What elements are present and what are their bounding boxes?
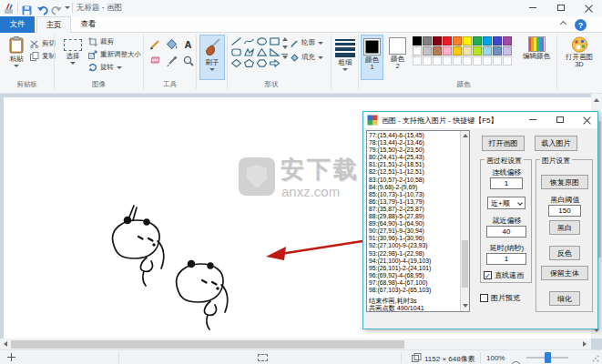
list-item[interactable]: 84:(9,68)-2-(9,69) [369,184,460,191]
palette-swatch[interactable] [483,56,492,66]
rotate-button[interactable]: 旋转 [88,63,122,72]
palette-swatch[interactable] [473,46,482,56]
tab-home[interactable]: 主页 [36,16,71,33]
help-button[interactable]: ? [575,19,587,31]
color-picker-tool[interactable] [165,54,179,67]
load-image-button[interactable]: 载入图片 [535,136,577,151]
collapse-ribbon-button[interactable] [561,22,566,26]
minimize-button[interactable] [519,0,546,15]
fast-draw-checkbox[interactable]: ✓ 直线速画 [484,270,524,280]
edit-colors-button[interactable]: 编辑颜色 [520,36,553,60]
tab-view[interactable]: 查看 [71,16,106,33]
palette-swatch[interactable] [423,56,432,66]
outline-button[interactable]: 轮廓 [291,38,323,47]
magnifier-tool[interactable] [181,54,195,67]
palette-swatch[interactable] [413,46,422,56]
delay-input[interactable] [486,253,526,265]
palette-swatch[interactable] [413,36,422,46]
palette-swatch[interactable] [443,56,452,66]
shape-rectangle[interactable] [269,36,281,46]
list-item[interactable]: 90:(27,91)-9-(30,94) [369,228,460,235]
color1-button[interactable]: 颜色 1 [361,35,383,80]
copy-button[interactable]: 复制 [30,52,56,61]
scroll-right-icon[interactable] [583,341,587,347]
palette-swatch[interactable] [413,56,422,66]
palette-swatch[interactable] [503,56,512,66]
palette-swatch[interactable] [463,56,472,66]
shape-diamond[interactable] [230,58,242,68]
zoom-out-button[interactable] [511,361,521,364]
coordinate-listbox[interactable]: 77:(15,44)-6-(15,45)78:(13,44)-2-(13,46)… [366,130,470,312]
black-white-button[interactable]: 黑白 [549,220,580,235]
palette-swatch[interactable] [463,36,472,46]
list-item[interactable]: 92:(27,100)-9-(23,93) [369,242,460,249]
palette-swatch[interactable] [433,46,442,56]
fill-style-button[interactable]: 填充 [291,53,323,62]
dialog-minimize-button[interactable] [520,112,546,127]
shapes-scroll-up-icon[interactable] [282,37,288,41]
list-item[interactable]: 86:(13,79)-1-(13,79) [369,198,460,206]
crop-button[interactable]: 裁剪 [88,37,114,46]
resize-grip[interactable] [592,355,599,362]
list-scroll-thumb[interactable] [462,240,468,288]
maximize-button[interactable] [547,0,574,15]
shape-triangle[interactable] [256,47,268,57]
shape-curve[interactable] [243,36,255,46]
cut-button[interactable]: 剪切 [30,39,56,48]
palette-swatch[interactable] [433,36,442,46]
select-button[interactable]: 选择 [60,37,86,65]
horizontal-scrollbar[interactable] [0,339,591,349]
palette-swatch[interactable] [493,56,502,66]
palette-swatch[interactable] [453,36,462,46]
list-item[interactable]: 94:(21,100)-4-(19,103) [369,258,460,265]
paint3d-button[interactable]: 打开画图 3D [560,36,598,68]
list-item[interactable]: 96:(69,92)-4-(68,95) [369,272,460,279]
list-item[interactable]: 82:(12,51)-1-(12,51) [369,168,460,176]
refine-button[interactable]: 细化 [549,291,580,306]
list-item[interactable]: 97:(68,98)-4-(67,100) [369,279,460,287]
open-paint-button[interactable]: 打开画图 [482,136,525,151]
shape-arrow-right[interactable] [269,58,281,68]
horizontal-scroll-thumb[interactable] [11,340,404,349]
list-item[interactable]: 91:(30,96)-1-(30,96) [369,235,460,242]
list-item[interactable]: 79:(15,50)-2-(23,50) [369,147,460,154]
keep-subject-button[interactable]: 保留主体 [541,266,588,280]
bw-threshold-input[interactable] [548,205,581,217]
palette-swatch[interactable] [493,46,502,56]
dialog-close-button[interactable] [574,112,599,127]
palette-swatch[interactable] [453,46,462,56]
list-item[interactable]: 88:(29,88)-5-(27,89) [369,213,460,220]
list-item[interactable]: 95:(26,101)-2-(24,101) [369,265,460,272]
text-tool[interactable]: A [181,37,195,51]
color2-button[interactable]: 颜色 2 [386,35,409,80]
list-item[interactable]: 87:(35,87)-2-(25,87) [369,206,460,213]
close-button[interactable] [576,0,602,15]
palette-swatch[interactable] [473,56,482,66]
list-item[interactable]: 78:(13,44)-2-(13,46) [369,139,460,147]
resize-button[interactable]: 重新调整大小 [88,50,141,59]
scroll-up-icon[interactable] [463,134,468,137]
list-item[interactable]: 85:(10,73)-1-(10,73) [369,191,460,198]
paste-button[interactable]: 粘贴 [4,36,29,67]
near-offset-input[interactable] [486,226,526,238]
shape-hexagon[interactable] [256,58,268,68]
palette-swatch[interactable] [463,46,472,56]
shape-polygon[interactable] [243,47,255,57]
invert-color-button[interactable]: 反色 [549,246,580,260]
palette-swatch[interactable] [433,56,442,66]
qat-customize-caret[interactable] [65,6,70,9]
shape-line[interactable] [230,36,242,46]
shape-right-triangle[interactable] [269,47,281,57]
palette-swatch[interactable] [423,46,432,56]
shapes-more-button[interactable] [281,54,288,59]
scroll-up-icon[interactable] [594,98,599,102]
image-preview-checkbox[interactable]: 图片预览 [480,293,520,303]
tab-file[interactable]: 文件 [0,16,35,33]
size-button[interactable]: 粗细 [333,36,357,71]
list-item[interactable]: 93:(22,98)-1-(22,98) [369,250,460,258]
dialog-maximize-button[interactable] [547,112,573,127]
palette-swatch[interactable] [493,36,502,46]
eraser-tool[interactable] [148,54,162,67]
palette-swatch[interactable] [453,56,462,66]
palette-swatch[interactable] [483,46,492,56]
